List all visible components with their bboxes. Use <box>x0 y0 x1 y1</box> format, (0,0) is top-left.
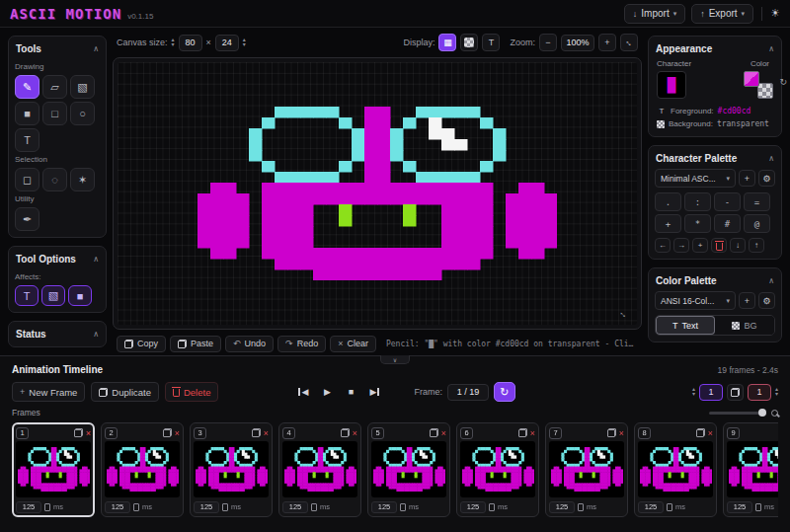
char-cell[interactable]: : <box>684 192 711 211</box>
char-cell[interactable]: * <box>684 214 711 233</box>
frame-duration-input[interactable]: 125 <box>549 501 575 513</box>
export-palette-button[interactable]: ↓ <box>730 238 746 253</box>
onion-next-input[interactable]: 1 <box>748 384 771 401</box>
char-cell[interactable]: # <box>714 214 741 233</box>
delete-frame-icon[interactable]: × <box>441 428 446 438</box>
duplicate-frame-icon[interactable] <box>163 428 172 437</box>
onion-next-stepper[interactable]: ▴ ▾ <box>775 387 778 397</box>
theme-toggle-button[interactable]: ☀ <box>770 7 780 20</box>
frame-duration-input[interactable]: 125 <box>194 501 219 513</box>
frame-thumbnail[interactable] <box>638 441 713 497</box>
duplicate-frame-icon[interactable] <box>696 428 705 437</box>
frame-card-3[interactable]: 3 × 125 ms <box>190 422 273 517</box>
affects-block[interactable]: ■ <box>68 285 92 306</box>
frame-duration-input[interactable]: 125 <box>638 501 664 513</box>
skip-to-end-button[interactable]: ▶ <box>364 382 384 402</box>
stop-button[interactable]: ■ <box>341 382 360 402</box>
duplicate-frame-icon[interactable] <box>430 428 438 437</box>
tool-magic-wand[interactable]: ✶ <box>70 168 95 191</box>
background-swatch[interactable] <box>757 83 773 99</box>
tool-fill[interactable]: ▧ <box>70 75 95 99</box>
char-cell[interactable]: = <box>744 192 770 211</box>
tool-lasso[interactable]: ◌ <box>42 168 67 191</box>
frame-duration-input[interactable]: 125 <box>460 501 486 513</box>
foreground-swatch[interactable] <box>744 71 759 87</box>
toggle-grid-button[interactable]: ▦ <box>438 34 456 51</box>
delete-char-button[interactable] <box>711 238 727 253</box>
palette-settings-button[interactable]: ⚙ <box>758 170 775 187</box>
char-cell[interactable]: @ <box>744 214 770 233</box>
slider-thumb[interactable] <box>758 409 766 417</box>
frame-thumbnail[interactable] <box>194 441 269 497</box>
duplicate-frame-icon[interactable] <box>74 428 83 437</box>
frame-duration-input[interactable]: 125 <box>105 501 130 513</box>
frame-thumbnail[interactable] <box>16 441 91 497</box>
tool-select-rect[interactable]: ◻ <box>15 168 40 191</box>
duplicate-frame-icon[interactable] <box>607 428 616 437</box>
move-char-right-button[interactable]: → <box>673 238 689 253</box>
char-cell[interactable]: . <box>655 192 681 211</box>
tool-rect-filled[interactable]: ■ <box>15 102 40 125</box>
onion-prev-stepper[interactable]: ▴ ▾ <box>692 387 695 397</box>
frame-card-2[interactable]: 2 × 125 ms <box>101 422 184 517</box>
status-panel-header[interactable]: Status ∧ <box>15 328 100 341</box>
char-cell[interactable]: - <box>714 192 741 211</box>
character-preview[interactable]: █ <box>657 71 686 99</box>
color-palette-select[interactable]: ANSI 16-Col... ▾ <box>655 291 736 310</box>
timeline-collapse-button[interactable]: ∨ <box>380 355 410 364</box>
frame-card-1[interactable]: 1 × 125 ms <box>12 422 95 517</box>
toggle-transparency-button[interactable] <box>460 34 478 51</box>
frame-duration-input[interactable]: 125 <box>282 501 308 513</box>
frame-thumbnail[interactable] <box>549 441 624 497</box>
delete-frame-icon[interactable]: × <box>175 428 180 438</box>
frame-duration-input[interactable]: 125 <box>16 501 41 513</box>
tool-eraser[interactable]: ▱ <box>42 75 67 99</box>
zoom-out-button[interactable]: − <box>539 34 557 51</box>
frame-thumbnail[interactable] <box>105 441 180 497</box>
delete-frame-icon[interactable]: × <box>353 428 357 438</box>
appearance-header[interactable]: Appearance ∧ <box>655 42 775 59</box>
tool-ellipse[interactable]: ○ <box>70 102 95 125</box>
tool-pencil[interactable]: ✎ <box>15 75 40 99</box>
redo-button[interactable]: ↷ Redo <box>277 336 326 352</box>
tool-eyedropper[interactable]: ✒ <box>15 207 40 231</box>
frame-card-4[interactable]: 4 × 125 ms <box>278 422 361 517</box>
canvas-height-stepper[interactable]: ▴ ▾ <box>243 38 246 47</box>
loop-button[interactable]: ↻ <box>494 382 515 402</box>
resize-corner-icon[interactable]: ↔ <box>617 306 632 321</box>
frames-zoom-slider[interactable] <box>709 412 766 415</box>
color-palette-settings-button[interactable]: ⚙ <box>758 292 775 309</box>
tool-rect-outline[interactable]: □ <box>42 102 67 125</box>
add-color-palette-button[interactable]: + <box>739 292 755 309</box>
affects-text[interactable]: T <box>15 285 39 306</box>
duplicate-frame-button[interactable]: Duplicate <box>91 382 159 402</box>
clear-button[interactable]: × Clear <box>330 336 376 352</box>
text-mode-tab[interactable]: T Text <box>656 316 715 335</box>
delete-frame-button[interactable]: Delete <box>165 382 218 402</box>
color-preview[interactable]: ↻ <box>744 71 773 99</box>
frame-duration-input[interactable]: 125 <box>727 501 752 513</box>
canvas-height-input[interactable]: 24 <box>215 35 239 51</box>
delete-frame-icon[interactable]: × <box>530 428 535 438</box>
duplicate-frame-icon[interactable] <box>252 428 261 437</box>
delete-frame-icon[interactable]: × <box>708 428 713 438</box>
fit-canvas-button[interactable]: ↔ <box>620 34 638 51</box>
frame-card-5[interactable]: 5 × 125 ms <box>367 422 450 517</box>
bg-mode-tab[interactable]: BG <box>715 316 774 335</box>
frame-card-7[interactable]: 7 × 125 ms <box>545 422 628 517</box>
play-button[interactable]: ▶ <box>317 382 337 402</box>
char-cell[interactable]: + <box>655 214 681 233</box>
frame-duration-input[interactable]: 125 <box>371 501 397 513</box>
add-char-button[interactable]: + <box>692 238 708 253</box>
canvas-width-stepper[interactable]: ▴ ▾ <box>172 38 175 47</box>
frame-thumbnail[interactable] <box>727 441 778 497</box>
character-palette-header[interactable]: Character Palette ∧ <box>655 152 775 169</box>
delete-frame-icon[interactable]: × <box>86 428 91 438</box>
tools-panel-header[interactable]: Tools ∧ <box>15 42 100 59</box>
zoom-in-button[interactable]: + <box>598 34 616 51</box>
drawing-canvas[interactable]: ↔ <box>118 62 637 325</box>
duplicate-frame-icon[interactable] <box>341 428 350 437</box>
frame-thumbnail[interactable] <box>282 441 357 497</box>
delete-frame-icon[interactable]: × <box>264 428 269 438</box>
add-palette-button[interactable]: + <box>739 170 755 187</box>
